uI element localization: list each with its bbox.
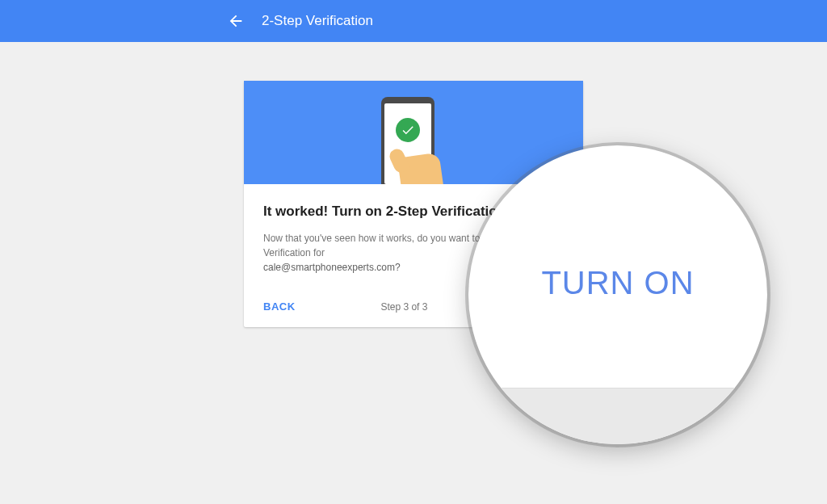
magnified-turn-on-text: TURN ON xyxy=(541,265,694,301)
hand-illustration xyxy=(400,139,456,184)
magnifier-overlay: TURN ON xyxy=(468,145,767,444)
back-button[interactable]: BACK xyxy=(263,300,296,313)
card-banner xyxy=(244,81,583,184)
header-bar: 2-Step Verification xyxy=(0,0,827,42)
back-arrow-icon[interactable] xyxy=(226,11,246,31)
phone-illustration xyxy=(361,97,466,184)
magnifier-bottom-shade xyxy=(468,388,767,444)
step-indicator: Step 3 of 3 xyxy=(380,301,427,313)
page-title: 2-Step Verification xyxy=(262,13,373,29)
